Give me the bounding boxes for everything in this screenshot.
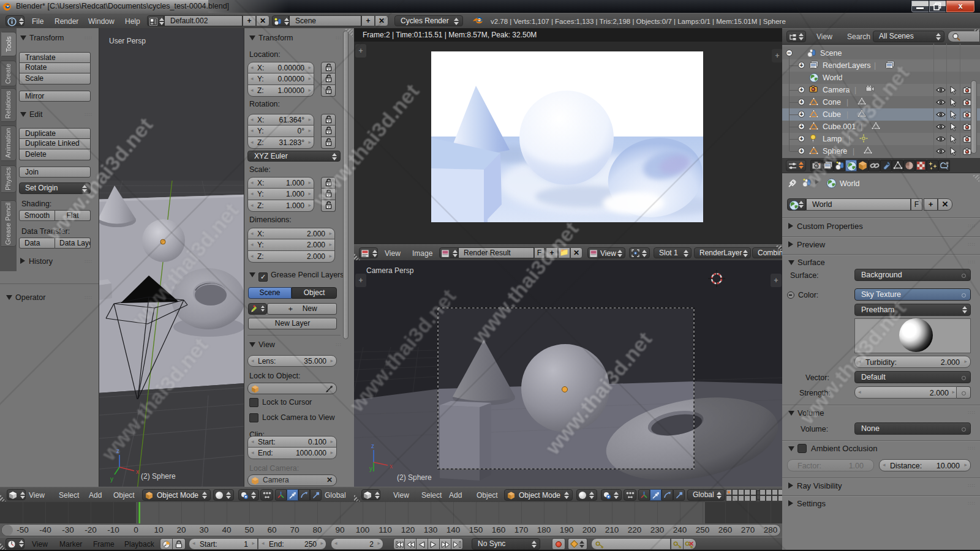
- svg-text:x: x: [136, 468, 139, 475]
- svg-text:x: x: [390, 463, 393, 470]
- svg-text:y: y: [110, 476, 113, 482]
- svg-text:z: z: [116, 448, 119, 454]
- svg-text:z: z: [371, 443, 374, 449]
- svg-text:y: y: [369, 465, 372, 472]
